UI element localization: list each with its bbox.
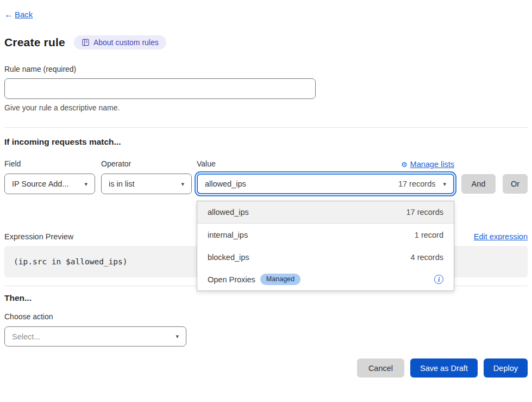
chevron-down-icon: ▾ (176, 333, 179, 340)
list-item-internal-ips[interactable]: internal_ips 1 record (197, 224, 454, 246)
value-column: Value ⚙ Manage lists allowed_ips 17 reco… (197, 159, 454, 194)
list-item-name: internal_ips (208, 231, 248, 239)
choose-action-label: Choose action (4, 312, 528, 321)
info-icon[interactable]: i (434, 275, 443, 284)
deploy-button[interactable]: Deploy (484, 358, 528, 378)
list-item-name: allowed_ips (208, 208, 249, 217)
cancel-button[interactable]: Cancel (357, 358, 404, 378)
manage-lists-label: Manage lists (410, 160, 454, 169)
chevron-down-icon: ▾ (84, 181, 87, 188)
about-label: About custom rules (93, 38, 159, 47)
action-select[interactable]: Select... ▾ (4, 326, 186, 347)
back-link[interactable]: ← Back (4, 10, 33, 19)
gear-icon: ⚙ (401, 160, 408, 169)
action-select-placeholder: Select... (12, 332, 40, 341)
expression-preview-label: Expression Preview (4, 232, 73, 241)
operator-label: Operator (101, 159, 192, 169)
field-select-value: IP Source Add... (12, 180, 69, 188)
create-rule-page: ← Back Create rule About custom rules Ru… (0, 0, 532, 402)
rule-name-group: Rule name (required) Give your rule a de… (4, 65, 528, 112)
list-item-allowed-ips[interactable]: allowed_ips 17 records (197, 201, 454, 224)
edit-expression-link[interactable]: Edit expression (474, 232, 528, 241)
list-item-left: Open Proxies Managed (208, 274, 301, 285)
value-select[interactable]: allowed_ips 17 records ▾ (197, 174, 454, 194)
save-as-draft-button[interactable]: Save as Draft (410, 358, 478, 378)
footer-actions: Cancel Save as Draft Deploy (4, 358, 528, 378)
list-item-name: Open Proxies (208, 275, 255, 284)
chevron-down-icon: ▾ (181, 181, 184, 188)
operator-column: Operator is in list ▾ (101, 159, 192, 194)
list-item-open-proxies[interactable]: Open Proxies Managed i (197, 268, 454, 290)
back-arrow-icon: ← (4, 10, 13, 19)
lists-dropdown-panel: allowed_ips 17 records internal_ips 1 re… (197, 201, 454, 291)
rule-name-input[interactable] (4, 78, 316, 99)
then-heading: Then... (4, 293, 528, 303)
manage-lists-link[interactable]: ⚙ Manage lists (401, 160, 454, 169)
value-select-records: 17 records (398, 180, 443, 188)
section-divider (4, 127, 528, 128)
operator-select-value: is in list (109, 180, 135, 188)
chevron-down-icon: ▾ (443, 181, 446, 188)
back-label: Back (15, 10, 33, 19)
value-label-row: Value ⚙ Manage lists (197, 159, 454, 169)
rule-name-helper: Give your rule a descriptive name. (4, 103, 528, 112)
operator-select[interactable]: is in list ▾ (101, 174, 192, 194)
rule-name-label: Rule name (required) (4, 65, 528, 73)
or-button[interactable]: Or (503, 174, 528, 194)
list-item-records: 17 records (406, 208, 443, 217)
value-label: Value (197, 159, 216, 169)
match-heading: If incoming requests match... (4, 137, 528, 147)
book-icon (82, 39, 90, 46)
connector-buttons: And Or (461, 159, 528, 194)
match-controls-row: Field IP Source Add... ▾ Operator is in … (4, 159, 528, 194)
list-item-records: 1 record (415, 231, 443, 239)
field-label: Field (4, 159, 95, 169)
list-item-name: blocked_ips (208, 253, 249, 262)
title-row: Create rule About custom rules (4, 35, 528, 50)
list-item-blocked-ips[interactable]: blocked_ips 4 records (197, 246, 454, 268)
list-item-records: 4 records (411, 253, 443, 262)
page-title: Create rule (4, 36, 65, 49)
field-select[interactable]: IP Source Add... ▾ (4, 174, 95, 194)
about-custom-rules-link[interactable]: About custom rules (74, 35, 166, 50)
value-select-value: allowed_ips (205, 180, 246, 188)
managed-badge: Managed (260, 274, 301, 285)
expression-code: (ip.src in $allowed_ips) (14, 257, 128, 266)
field-column: Field IP Source Add... ▾ (4, 159, 95, 194)
and-button[interactable]: And (461, 174, 496, 194)
